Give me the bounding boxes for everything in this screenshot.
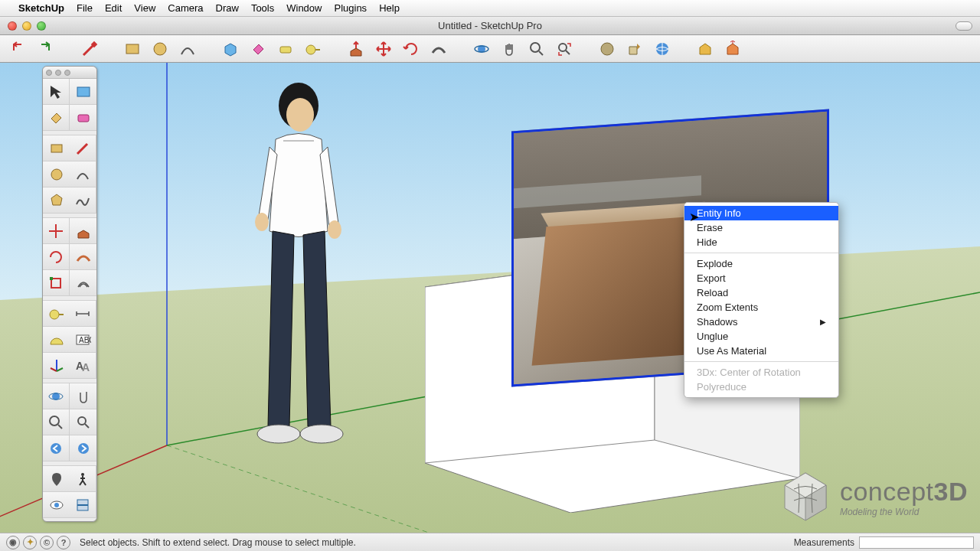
tool-move[interactable] bbox=[43, 218, 70, 244]
orbit-button[interactable] bbox=[470, 38, 493, 60]
scale-figure[interactable] bbox=[245, 78, 352, 453]
svg-line-50 bbox=[58, 425, 62, 429]
menu-tools[interactable]: Tools bbox=[251, 2, 274, 14]
status-help-icon[interactable]: ? bbox=[57, 536, 70, 549]
menu-file[interactable]: File bbox=[77, 2, 93, 14]
ctx-zoom-extents[interactable]: Zoom Extents bbox=[684, 300, 838, 315]
tool-paint-bucket[interactable] bbox=[43, 105, 70, 131]
ctx-hide[interactable]: Hide bbox=[684, 235, 838, 249]
rectangle-tool-button[interactable] bbox=[121, 38, 144, 60]
push-pull-button[interactable] bbox=[345, 38, 368, 60]
tool-rectangle[interactable] bbox=[43, 135, 70, 161]
svg-point-3 bbox=[154, 43, 166, 55]
ctx-explode[interactable]: Explode bbox=[684, 256, 838, 271]
move-tool-button[interactable] bbox=[372, 38, 395, 60]
palette-header[interactable] bbox=[43, 67, 96, 79]
measurements-input[interactable] bbox=[859, 536, 974, 549]
menu-view[interactable]: View bbox=[134, 2, 155, 14]
menu-camera[interactable]: Camera bbox=[168, 2, 203, 14]
ctx-separator bbox=[684, 361, 838, 362]
status-person-icon[interactable]: ✦ bbox=[23, 536, 37, 549]
submenu-arrow-icon: ▶ bbox=[820, 318, 826, 326]
paint-bucket-button[interactable] bbox=[247, 38, 270, 60]
ctx-shadows[interactable]: Shadows▶ bbox=[684, 315, 838, 329]
large-toolset-palette[interactable]: ABCAA bbox=[42, 66, 97, 522]
tool-axes[interactable] bbox=[43, 353, 70, 379]
make-component-button[interactable] bbox=[219, 38, 242, 60]
tool-push-pull[interactable] bbox=[70, 218, 96, 244]
arc-tool-button[interactable] bbox=[176, 38, 199, 60]
ctx-reload[interactable]: Reload bbox=[684, 285, 838, 300]
tool-section-plane[interactable] bbox=[70, 492, 96, 518]
pan-button[interactable] bbox=[498, 38, 521, 60]
tool-next-view[interactable] bbox=[70, 435, 96, 461]
mac-menubar[interactable]: SketchUp File Edit View Camera Draw Tool… bbox=[0, 0, 980, 17]
tool-look-around[interactable] bbox=[43, 492, 70, 518]
tool-follow-me[interactable] bbox=[70, 244, 96, 270]
svg-line-43 bbox=[51, 368, 57, 371]
geo-location-button[interactable] bbox=[651, 38, 674, 60]
tool-protractor[interactable] bbox=[43, 327, 70, 353]
tool-tape-measure[interactable] bbox=[43, 301, 70, 327]
redo-button[interactable] bbox=[35, 38, 58, 60]
tool-walk[interactable] bbox=[70, 466, 96, 492]
ctx-erase[interactable]: Erase bbox=[684, 220, 838, 235]
tool-zoom-extents[interactable] bbox=[70, 409, 96, 435]
window-titlebar[interactable]: Untitled - SketchUp Pro bbox=[0, 17, 980, 35]
menu-edit[interactable]: Edit bbox=[105, 2, 122, 14]
tool-circle[interactable] bbox=[43, 161, 70, 187]
tool-text[interactable]: ABC bbox=[70, 327, 96, 353]
tool-select[interactable] bbox=[43, 79, 70, 105]
ctx-unglue[interactable]: Unglue bbox=[684, 329, 838, 344]
tool-eraser[interactable] bbox=[70, 105, 96, 131]
main-toolbar bbox=[0, 35, 980, 63]
menu-plugins[interactable]: Plugins bbox=[334, 2, 367, 14]
status-info-icon[interactable]: ◉ bbox=[6, 536, 20, 549]
tool-3d-text[interactable]: AA bbox=[70, 353, 96, 379]
tool-dimension[interactable] bbox=[70, 301, 96, 327]
tool-polygon[interactable] bbox=[43, 187, 70, 214]
tool-position-camera[interactable] bbox=[43, 466, 70, 492]
tool-component[interactable] bbox=[70, 79, 96, 105]
tool-line[interactable] bbox=[70, 135, 96, 161]
menu-help[interactable]: Help bbox=[379, 2, 400, 14]
extension-warehouse-button[interactable] bbox=[694, 38, 717, 60]
ctx-entity-info[interactable]: Entity Info bbox=[684, 206, 838, 220]
viewport[interactable]: Entity Info Erase Hide Explode Export Re… bbox=[0, 63, 980, 533]
undo-button[interactable] bbox=[8, 38, 31, 60]
tool-arc[interactable] bbox=[70, 161, 96, 187]
svg-line-52 bbox=[85, 424, 89, 428]
tool-rotate[interactable] bbox=[43, 244, 70, 270]
rotate-tool-button[interactable] bbox=[400, 38, 423, 60]
zoom-extents-button[interactable] bbox=[553, 38, 576, 60]
app-menu[interactable]: SketchUp bbox=[18, 2, 64, 14]
get-models-button[interactable] bbox=[596, 38, 619, 60]
ctx-use-as-material[interactable]: Use As Material bbox=[684, 344, 838, 358]
tool-pan[interactable] bbox=[70, 383, 96, 409]
tape-measure-button[interactable] bbox=[302, 38, 325, 60]
menu-window[interactable]: Window bbox=[286, 2, 322, 14]
tool-zoom[interactable] bbox=[43, 409, 70, 435]
zoom-button[interactable] bbox=[525, 38, 548, 60]
menu-draw[interactable]: Draw bbox=[216, 2, 239, 14]
svg-rect-31 bbox=[78, 115, 89, 122]
ctx-polyreduce: Polyreduce bbox=[684, 380, 838, 394]
eraser-tool-button[interactable] bbox=[274, 38, 297, 60]
svg-rect-37 bbox=[50, 277, 53, 280]
status-credits-icon[interactable]: © bbox=[40, 536, 54, 549]
tool-orbit[interactable] bbox=[43, 383, 70, 409]
svg-point-34 bbox=[51, 169, 62, 180]
line-tool-button[interactable] bbox=[78, 38, 101, 60]
svg-point-55 bbox=[81, 473, 84, 476]
ctx-export[interactable]: Export bbox=[684, 271, 838, 285]
tool-previous-view[interactable] bbox=[43, 435, 70, 461]
tool-offset[interactable] bbox=[70, 270, 96, 296]
follow-me-button[interactable] bbox=[427, 38, 450, 60]
circle-tool-button[interactable] bbox=[149, 38, 172, 60]
tool-scale[interactable] bbox=[43, 270, 70, 296]
share-model-button[interactable] bbox=[623, 38, 646, 60]
context-menu[interactable]: Entity Info Erase Hide Explode Export Re… bbox=[684, 202, 839, 398]
preferences-button[interactable] bbox=[721, 38, 744, 60]
tool-freehand[interactable] bbox=[70, 187, 96, 214]
ctx-separator bbox=[684, 253, 838, 253]
